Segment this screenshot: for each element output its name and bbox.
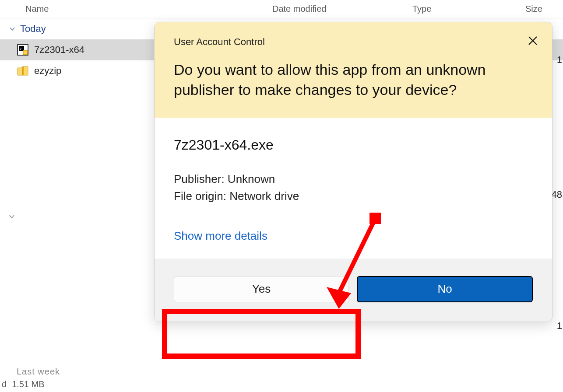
yes-button[interactable]: Yes [174,276,349,302]
origin-label: File origin: [174,189,226,203]
status-size: 1.51 MB [12,379,44,389]
chevron-right-icon[interactable] [9,214,15,221]
file-name: ezyzip [34,65,61,77]
uac-question: Do you want to allow this app from an un… [174,60,533,100]
column-type[interactable]: Type [406,0,519,18]
column-name[interactable]: Name [0,0,266,18]
chevron-down-icon [9,25,16,32]
uac-filename: 7z2301-x64.exe [174,137,533,153]
origin-value: Network drive [229,189,299,203]
uac-body: 7z2301-x64.exe Publisher: Unknown File o… [155,118,552,259]
close-icon[interactable] [527,35,539,47]
side-value-3: 1 [557,320,562,332]
side-value-2: 48 [552,189,562,200]
uac-header: User Account Control Do you want to allo… [155,22,552,118]
column-date-modified[interactable]: Date modified [266,0,406,18]
publisher-value: Unknown [228,172,275,186]
uac-dialog: User Account Control Do you want to allo… [154,22,552,322]
file-name: 7z2301-x64 [34,44,84,56]
status-bar: d 1.51 MB [0,376,45,392]
no-button[interactable]: No [357,276,533,302]
uac-title: User Account Control [174,36,533,48]
zip-folder-icon [17,65,29,77]
svg-text:7: 7 [20,47,22,51]
show-more-details-link[interactable]: Show more details [174,229,533,243]
group-lastweek-fragment: Last week [17,367,60,377]
uac-footer: Yes No [155,259,552,322]
svg-rect-4 [22,66,24,75]
status-prefix: d [2,379,7,389]
exe-icon: 7 [17,44,29,56]
group-today-label: Today [20,23,46,35]
side-value-1: 1 [557,54,562,66]
column-size[interactable]: Size [519,0,563,18]
publisher-label: Publisher: [174,172,225,186]
svg-rect-3 [23,50,28,55]
uac-metadata: Publisher: Unknown File origin: Network … [174,171,533,205]
column-headers: Name Date modified Type Size [0,0,563,18]
